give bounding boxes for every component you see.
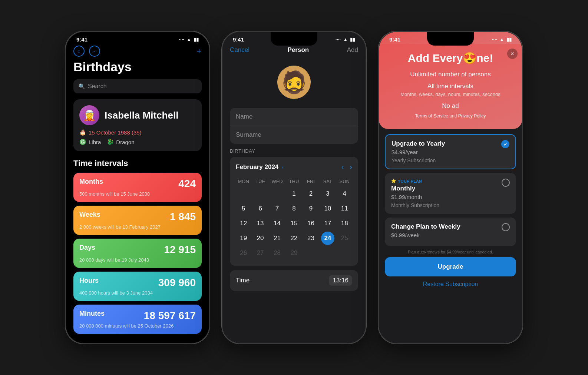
- cal-day[interactable]: 11: [338, 202, 351, 215]
- add-person-button[interactable]: Add: [347, 46, 358, 54]
- cal-day[interactable]: 3: [321, 187, 334, 200]
- plan-monthly-price: $1.99/month: [391, 194, 439, 200]
- cal-day[interactable]: 6: [254, 202, 267, 215]
- more-icon[interactable]: ···: [89, 46, 100, 57]
- interval-months[interactable]: Months 424 500 months will be 15 June 20…: [73, 173, 202, 202]
- dragon-icon: 🐉: [107, 139, 114, 145]
- cal-day[interactable]: 27: [254, 246, 267, 260]
- cal-header-sun: SUN: [337, 177, 352, 186]
- days-sub: 20 000 days will be 19 July 2043: [79, 257, 196, 263]
- person-card[interactable]: 🧝 Isabella Mitchell 🎂 15 October 1988 (3…: [73, 99, 202, 151]
- cal-day[interactable]: 21: [271, 232, 284, 245]
- avatar-upload-area[interactable]: 🧔: [222, 58, 366, 108]
- close-button[interactable]: ✕: [507, 49, 518, 59]
- cal-day[interactable]: 18: [338, 217, 351, 230]
- cal-day-empty: [338, 246, 351, 260]
- cal-day[interactable]: 26: [237, 246, 250, 260]
- time-2: 9:41: [233, 36, 244, 43]
- months-value: 424: [178, 178, 196, 190]
- cal-day[interactable]: 1: [287, 187, 301, 200]
- cal-day[interactable]: 9: [304, 202, 317, 215]
- plan-monthly-desc: Monthly Subscription: [391, 202, 439, 208]
- cal-day[interactable]: 5: [237, 202, 250, 215]
- interval-minutes[interactable]: Minutes 18 597 617 20 000 000 minutes wi…: [73, 305, 202, 334]
- cal-day[interactable]: 23: [304, 232, 317, 245]
- avatar: 🧝: [79, 105, 99, 125]
- sync-icon[interactable]: ↕: [73, 46, 85, 57]
- time-label: Time: [236, 277, 250, 284]
- cal-day-empty: [237, 187, 250, 200]
- cal-day[interactable]: 17: [321, 217, 334, 230]
- weeks-sub: 2 000 weeks will be 13 February 2027: [79, 224, 196, 230]
- signal-icon-2: ····: [336, 37, 341, 42]
- cal-day[interactable]: 14: [271, 217, 284, 230]
- plan-weekly-price: $0.99/week: [391, 232, 460, 238]
- cal-header-mon: MON: [236, 177, 251, 186]
- calendar-grid: MON TUE WED THU FRI SAT SUN 1 2 3 4: [236, 177, 352, 260]
- restore-button[interactable]: Restore Subscription: [385, 281, 516, 288]
- cal-day[interactable]: 20: [254, 232, 267, 245]
- prev-month-button[interactable]: ‹: [341, 163, 344, 171]
- cancel-button[interactable]: Cancel: [230, 46, 250, 54]
- calendar[interactable]: February 2024 › ‹ › MON TUE WED THU FRI …: [230, 157, 358, 266]
- cal-day[interactable]: 8: [287, 202, 301, 215]
- days-label: Days: [79, 244, 95, 252]
- plan-monthly[interactable]: ⭐ YOUR PLAN Monthly $1.99/month Monthly …: [385, 173, 516, 214]
- plan-yearly-desc: Yearly Subscription: [392, 157, 445, 163]
- plan-yearly-radio: [501, 140, 509, 148]
- cal-day[interactable]: 4: [338, 187, 351, 200]
- cal-day[interactable]: 10: [321, 202, 334, 215]
- calendar-nav: ‹ ›: [341, 163, 352, 171]
- weeks-value: 1 845: [170, 211, 196, 223]
- minutes-sub: 20 000 000 minutes will be 25 October 20…: [79, 323, 196, 329]
- search-placeholder: Search: [88, 83, 107, 90]
- name-field[interactable]: Name: [230, 108, 358, 126]
- plan-yearly[interactable]: Upgrade to Yearly $4.99/year Yearly Subs…: [385, 134, 516, 169]
- next-month-button[interactable]: ›: [350, 163, 352, 171]
- interval-weeks[interactable]: Weeks 1 845 2 000 weeks will be 13 Febru…: [73, 206, 202, 235]
- cal-day[interactable]: 22: [287, 232, 301, 245]
- plan-weekly[interactable]: Change Plan to Weekly $0.99/week: [385, 218, 516, 246]
- cal-header-wed: WED: [270, 177, 285, 186]
- cal-day[interactable]: 13: [254, 217, 267, 230]
- months-label: Months: [79, 178, 103, 186]
- star-icon: ⭐: [391, 179, 396, 183]
- phone-birthdays: 9:41 ···· ▲ ▮▮ ↕ ··· + Birthdays 🔍 Searc…: [65, 31, 210, 344]
- cal-day[interactable]: 2: [304, 187, 317, 200]
- surname-field[interactable]: Surname: [230, 126, 358, 144]
- nav-title-person: Person: [288, 46, 309, 54]
- cal-day[interactable]: 7: [271, 202, 284, 215]
- upgrade-button[interactable]: Upgrade: [385, 257, 516, 276]
- upgrade-hero: ✕ Add Every😍ne! Unlimited number of pers…: [379, 44, 522, 129]
- cal-header-fri: FRI: [303, 177, 318, 186]
- person-birthday: 🎂 15 October 1988 (35): [79, 129, 196, 136]
- cal-day[interactable]: 12: [237, 217, 250, 230]
- minutes-label: Minutes: [79, 310, 105, 318]
- cal-day[interactable]: 16: [304, 217, 317, 230]
- interval-days[interactable]: Days 12 915 20 000 days will be 19 July …: [73, 239, 202, 268]
- cal-day[interactable]: 19: [237, 232, 250, 245]
- auto-renew-text: Plan auto-renews for $4.99/year until ca…: [385, 250, 516, 254]
- feature-intervals: All time intervals: [388, 83, 513, 90]
- plans-section: Upgrade to Yearly $4.99/year Yearly Subs…: [379, 129, 522, 293]
- plan-yearly-name: Upgrade to Yearly: [392, 140, 445, 147]
- interval-hours[interactable]: Hours 309 960 400 000 hours will be 3 Ju…: [73, 272, 202, 301]
- cal-day[interactable]: 28: [271, 246, 284, 260]
- cal-day-empty: [304, 246, 317, 260]
- avatar-emoji: 🧝: [83, 109, 96, 122]
- upgrade-terms: Terms of Service and Privacy Policy: [388, 113, 513, 119]
- phone-upgrade: 9:41 ···· ▲ ▮▮ ✕ Add Every😍ne! Unlimited…: [378, 31, 523, 344]
- weeks-label: Weeks: [79, 211, 100, 219]
- cal-day[interactable]: 15: [287, 217, 301, 230]
- cal-day[interactable]: 29: [287, 246, 301, 260]
- phone-add-person: 9:41 ···· ▲ ▮▮ Cancel Person Add 🧔 Name …: [222, 31, 366, 344]
- status-icons-3: ···· ▲ ▮▮: [492, 37, 512, 42]
- status-icons-2: ···· ▲ ▮▮: [336, 37, 355, 42]
- time-row[interactable]: Time 13:16: [230, 270, 358, 291]
- hours-sub: 400 000 hours will be 3 June 2034: [79, 290, 196, 296]
- search-bar[interactable]: 🔍 Search: [73, 79, 202, 93]
- add-button[interactable]: +: [196, 46, 202, 56]
- cal-day[interactable]: 25: [338, 232, 351, 245]
- cal-day-today[interactable]: 24: [321, 232, 334, 245]
- plan-monthly-name: Monthly: [391, 185, 439, 192]
